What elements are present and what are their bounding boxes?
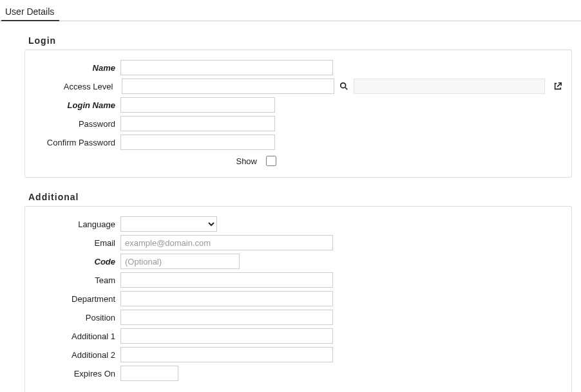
- row-team: Team: [30, 272, 564, 288]
- input-email[interactable]: [120, 235, 333, 250]
- input-password[interactable]: [120, 116, 275, 131]
- row-email: Email: [30, 235, 564, 250]
- label-email: Email: [30, 238, 120, 248]
- row-password: Password: [30, 116, 564, 131]
- section-heading-login: Login: [28, 35, 581, 46]
- row-position: Position: [30, 310, 564, 325]
- label-password: Password: [30, 119, 120, 129]
- label-confirm-password: Confirm Password: [30, 138, 120, 147]
- input-login-name[interactable]: [120, 97, 275, 113]
- label-department: Department: [30, 294, 120, 304]
- label-additional1: Additional 1: [30, 331, 120, 341]
- row-code: Code: [30, 254, 564, 269]
- checkbox-show[interactable]: [266, 156, 276, 166]
- label-login-name: Login Name: [30, 100, 120, 110]
- select-language[interactable]: [120, 216, 217, 232]
- input-name[interactable]: [120, 60, 333, 75]
- svg-line-1: [345, 88, 347, 89]
- row-additional2: Additional 2: [30, 347, 564, 362]
- access-level-display: [354, 79, 545, 94]
- row-additional1: Additional 1: [30, 328, 564, 344]
- label-access-level: Access Level: [30, 82, 118, 91]
- row-confirm-password: Confirm Password: [30, 135, 564, 150]
- label-expires-on: Expires On: [30, 369, 120, 378]
- input-team[interactable]: [120, 272, 333, 288]
- row-show: Show: [30, 154, 564, 168]
- row-login-name: Login Name: [30, 97, 564, 113]
- label-language: Language: [30, 219, 120, 229]
- tab-bar: User Details: [0, 4, 581, 21]
- input-additional1[interactable]: [120, 328, 333, 344]
- row-expires-on: Expires On: [30, 366, 564, 381]
- tab-user-details[interactable]: User Details: [1, 5, 59, 21]
- input-department[interactable]: [120, 291, 333, 306]
- external-link-icon[interactable]: [553, 80, 564, 92]
- label-show: Show: [30, 156, 263, 166]
- row-access-level: Access Level: [30, 79, 564, 94]
- label-position: Position: [30, 313, 120, 322]
- row-language: Language: [30, 216, 564, 232]
- panel-login: Name Access Level Login Name Password Co…: [24, 50, 572, 178]
- input-confirm-password[interactable]: [120, 135, 275, 150]
- input-position[interactable]: [120, 310, 333, 325]
- panel-additional: Language Email Code Team Department Posi…: [24, 206, 572, 392]
- row-name: Name: [30, 60, 564, 75]
- input-code[interactable]: [120, 254, 240, 269]
- input-additional2[interactable]: [120, 347, 333, 362]
- search-icon[interactable]: [338, 80, 350, 92]
- row-department: Department: [30, 291, 564, 306]
- section-heading-additional: Additional: [28, 192, 581, 202]
- label-name: Name: [30, 63, 120, 73]
- svg-line-2: [557, 83, 561, 87]
- label-additional2: Additional 2: [30, 350, 120, 360]
- input-expires-on[interactable]: [120, 366, 178, 381]
- label-code: Code: [30, 257, 120, 266]
- label-team: Team: [30, 275, 120, 285]
- input-access-level[interactable]: [122, 79, 334, 94]
- svg-point-0: [341, 83, 346, 88]
